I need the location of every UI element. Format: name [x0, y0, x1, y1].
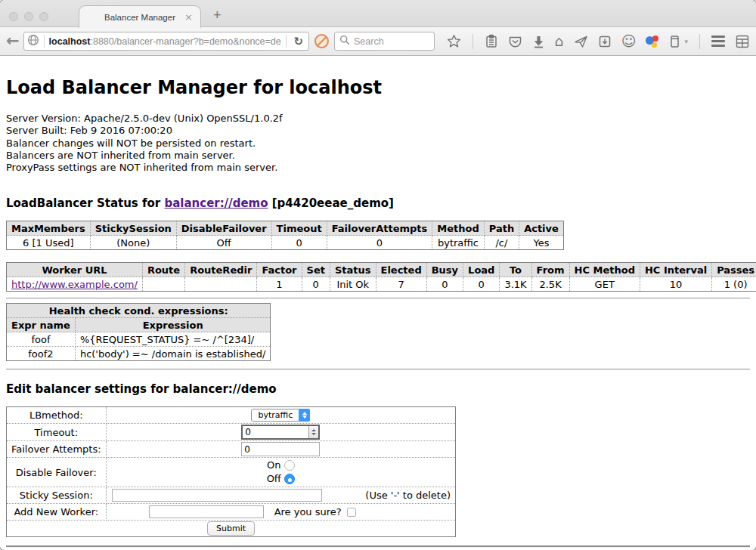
table-cell: 0: [426, 277, 463, 292]
url-bar[interactable]: localhost:8880/balancer-manager?b=demo&n…: [23, 32, 309, 51]
container-dropdown-icon[interactable]: ▾: [684, 38, 688, 45]
table-cell: 0: [463, 277, 500, 292]
window-minimize-button[interactable]: [24, 12, 33, 21]
globe-icon: [27, 34, 39, 49]
toolbar-icons: ⌂ ☺ ▾: [447, 34, 750, 49]
expr-name-cell: foof: [7, 332, 76, 347]
disable-failover-on-row: On: [111, 459, 451, 472]
disable-failover-off-row: Off: [111, 472, 451, 486]
table-cell: GET: [569, 277, 640, 292]
url-text: localhost:8880/balancer-manager?b=demo&n…: [49, 36, 282, 47]
column-header: Busy: [426, 263, 463, 277]
edit-settings-heading: Edit balancer settings for balancer://de…: [6, 382, 756, 396]
are-you-sure-checkbox[interactable]: [347, 508, 356, 517]
note-proxypass: ProxyPass settings are NOT inherited fro…: [6, 162, 756, 174]
tab-title: Balancer Manager: [104, 13, 175, 22]
window-zoom-button[interactable]: [39, 12, 48, 21]
sticky-session-input[interactable]: [112, 489, 322, 502]
send-tab-icon[interactable]: [574, 35, 588, 48]
column-header: Method: [432, 221, 484, 236]
balancer-demo-link[interactable]: balancer://demo: [164, 196, 268, 210]
color-dots-icon[interactable]: [646, 35, 659, 48]
column-header: HC Interval: [640, 263, 711, 277]
pocket-icon[interactable]: [508, 35, 522, 48]
search-input[interactable]: [354, 36, 422, 47]
bookmarks-clipboard-icon[interactable]: [485, 34, 498, 48]
off-radio[interactable]: [284, 474, 295, 484]
section-divider: [6, 298, 750, 299]
failover-attempts-input[interactable]: [241, 442, 320, 456]
tab-close-icon[interactable]: ×: [184, 12, 193, 22]
health-table-title: Health check cond. expressions:: [7, 304, 271, 318]
timeout-input[interactable]: [243, 426, 308, 438]
window-close-button[interactable]: [9, 12, 18, 21]
column-header: StickySession: [90, 221, 176, 236]
number-spinner-icon[interactable]: [308, 426, 318, 438]
tab-balancer-manager[interactable]: Balancer Manager ×: [79, 5, 201, 28]
downloads-icon[interactable]: [532, 35, 545, 48]
table-cell: 3.1K: [500, 277, 531, 292]
sticky-session-label: Sticky Session:: [7, 487, 107, 504]
home-icon[interactable]: ⌂: [555, 34, 564, 48]
save-to-device-icon[interactable]: [598, 35, 612, 48]
window-controls: [9, 12, 48, 21]
worker-url-link[interactable]: http://www.example.com/: [11, 279, 138, 290]
health-check-table: Health check cond. expressions: Expr nam…: [6, 303, 271, 361]
table-row: 6 [1 Used] (None) Off 0 0 bytraffic /c/ …: [7, 236, 564, 250]
feedback-smiley-icon[interactable]: ☺: [621, 34, 637, 48]
url-bar-divider: [286, 35, 287, 48]
back-icon[interactable]: ←: [6, 33, 20, 49]
new-tab-button[interactable]: +: [213, 8, 222, 23]
loadbalancer-status-heading: LoadBalancer Status for balancer://demo …: [6, 196, 756, 210]
pages-grid-icon[interactable]: [735, 34, 750, 49]
browser-window: Balancer Manager × + ← localhost:8880/ba…: [0, 0, 756, 550]
lbmethod-selected-value: bytraffic: [252, 410, 299, 420]
table-cell: [185, 277, 257, 292]
column-header: Status: [330, 263, 376, 277]
table-cell: Yes: [519, 236, 564, 250]
column-header: Timeout: [271, 221, 327, 236]
table-cell: [142, 277, 184, 292]
select-stepper-icon: [299, 409, 310, 422]
table-cell: 0: [302, 277, 330, 292]
lbmethod-select[interactable]: bytraffic: [251, 409, 310, 422]
timeout-label: Timeout:: [7, 424, 107, 441]
url-path: :8880/balancer-manager?b=demo&nonce=decc…: [90, 36, 281, 47]
reload-icon[interactable]: ↻: [291, 35, 305, 48]
table-cell: 1 (0): [712, 277, 756, 292]
content-blocked-icon[interactable]: [314, 34, 329, 48]
column-header: Expr name: [7, 318, 76, 332]
section-divider: [6, 369, 750, 370]
add-new-worker-label: Add New Worker:: [7, 504, 107, 521]
column-header: Route: [142, 263, 184, 277]
lbmethod-label: LBmethod:: [7, 407, 107, 424]
table-row: http://www.example.com/ 1 0 Init Ok 7 0 …: [7, 277, 756, 292]
column-header: To: [500, 263, 531, 277]
column-header: Factor: [257, 263, 302, 277]
url-host: localhost: [49, 36, 91, 47]
add-worker-input[interactable]: [149, 505, 264, 518]
submit-button[interactable]: Submit: [207, 521, 255, 536]
column-header: Set: [302, 263, 330, 277]
note-persist: Balancer changes will NOT be persisted o…: [6, 138, 756, 150]
table-cell: Init Ok: [330, 277, 376, 292]
column-header: MaxMembers: [7, 221, 91, 236]
table-cell: 2.5K: [531, 277, 569, 292]
table-cell: 0: [327, 236, 432, 250]
column-header: DisableFailover: [176, 221, 271, 236]
table-cell: 6 [1 Used]: [7, 236, 91, 250]
bookmark-star-icon[interactable]: [447, 34, 461, 48]
table-cell: 7: [376, 277, 426, 292]
tab-bar: Balancer Manager × +: [0, 0, 756, 27]
on-radio[interactable]: [284, 460, 295, 471]
search-bar[interactable]: [334, 32, 435, 51]
column-header: HC Method: [569, 263, 640, 277]
container-icon[interactable]: [669, 34, 680, 48]
menu-icon[interactable]: [711, 36, 725, 47]
bottom-divider: [6, 545, 750, 548]
disable-failover-label: Disable Failover:: [7, 458, 107, 487]
server-info: Server Version: Apache/2.5.0-dev (Unix) …: [6, 113, 756, 174]
are-you-sure-label: Are you sure?: [274, 506, 342, 518]
worker-table: Worker URL Route RouteRedir Factor Set S…: [6, 262, 756, 292]
table-cell: 10: [640, 277, 711, 292]
